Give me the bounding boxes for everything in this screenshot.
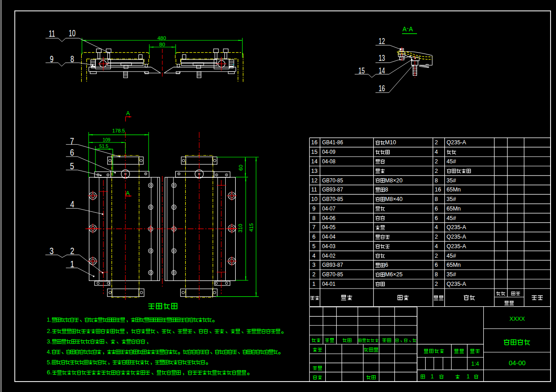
- svg-text:2: 2: [435, 139, 438, 146]
- svg-text:04-05: 04-05: [322, 224, 335, 230]
- svg-text:65Mn: 65Mn: [447, 186, 461, 193]
- svg-text:4: 4: [435, 224, 438, 230]
- svg-text:2: 2: [313, 271, 316, 278]
- svg-text:109: 109: [103, 137, 110, 142]
- svg-text:Q235-A: Q235-A: [447, 224, 467, 230]
- svg-text:1.: 1.: [47, 316, 51, 323]
- svg-text:6: 6: [70, 147, 74, 157]
- svg-text:6: 6: [435, 215, 438, 221]
- svg-text:GB41-86: GB41-86: [322, 139, 343, 146]
- svg-text:A: A: [409, 25, 413, 33]
- svg-text:35#: 35#: [447, 196, 456, 202]
- svg-text:10: 10: [311, 196, 318, 202]
- svg-text:8: 8: [70, 54, 74, 64]
- svg-text:10: 10: [69, 28, 75, 38]
- svg-text:310: 310: [238, 224, 243, 233]
- svg-text:11: 11: [311, 186, 317, 193]
- svg-text:8: 8: [435, 196, 438, 202]
- svg-text:35#: 35#: [447, 177, 456, 184]
- svg-text:04-01: 04-01: [322, 281, 335, 287]
- svg-text:4: 4: [70, 199, 74, 209]
- svg-text:4: 4: [435, 149, 438, 155]
- svg-text:Q235-A: Q235-A: [447, 281, 467, 287]
- svg-text:5: 5: [70, 161, 74, 171]
- svg-text:4: 4: [313, 253, 316, 259]
- svg-text:7: 7: [313, 224, 316, 230]
- svg-text:15: 15: [358, 66, 365, 75]
- svg-text:04-06: 04-06: [322, 215, 335, 221]
- svg-text:1: 1: [313, 281, 316, 287]
- svg-text:6: 6: [435, 206, 438, 212]
- svg-text:45#: 45#: [447, 215, 456, 221]
- svg-text:4.: 4.: [47, 348, 51, 355]
- svg-text:6: 6: [313, 234, 316, 240]
- svg-text:GB70-85: GB70-85: [322, 271, 343, 278]
- svg-text:3: 3: [50, 245, 54, 256]
- svg-text:Q235-A: Q235-A: [447, 243, 467, 250]
- svg-text:2: 2: [435, 168, 438, 174]
- svg-text:04-08: 04-08: [322, 158, 335, 165]
- svg-text:480: 480: [158, 35, 166, 41]
- svg-text:1: 1: [431, 373, 434, 380]
- svg-text:1: 1: [467, 373, 470, 380]
- svg-text:A: A: [126, 110, 130, 117]
- svg-text:04-09: 04-09: [322, 149, 335, 155]
- svg-text:04-03: 04-03: [322, 243, 335, 250]
- svg-text:2: 2: [435, 281, 438, 287]
- svg-text:16: 16: [435, 186, 441, 193]
- svg-text:3.: 3.: [47, 338, 52, 345]
- svg-text:1:4: 1:4: [472, 361, 479, 367]
- svg-text:80: 80: [159, 42, 165, 47]
- svg-text:04-00: 04-00: [509, 359, 526, 367]
- svg-text:8: 8: [435, 177, 438, 184]
- svg-text:178.5: 178.5: [112, 128, 125, 133]
- svg-text:6: 6: [385, 262, 388, 268]
- svg-text:M8×40: M8×40: [385, 196, 403, 202]
- svg-text:16: 16: [379, 83, 385, 93]
- svg-text:Q235-A: Q235-A: [447, 139, 467, 146]
- svg-text:35#: 35#: [447, 271, 456, 278]
- svg-text:6.: 6.: [47, 369, 52, 376]
- svg-text:A: A: [402, 25, 407, 33]
- svg-text:9: 9: [313, 206, 316, 212]
- svg-text:11: 11: [49, 28, 55, 39]
- svg-text:3: 3: [313, 262, 316, 268]
- svg-text:13: 13: [311, 168, 318, 174]
- svg-text:2: 2: [70, 245, 74, 256]
- svg-text:2.: 2.: [47, 328, 52, 334]
- svg-text:8: 8: [385, 186, 388, 193]
- svg-text:GB70-85: GB70-85: [322, 196, 343, 202]
- svg-text:6: 6: [435, 262, 438, 268]
- svg-text:4: 4: [435, 243, 438, 250]
- svg-text:15: 15: [311, 149, 318, 155]
- svg-text:2: 2: [435, 253, 438, 259]
- svg-text:Q235-A: Q235-A: [447, 234, 467, 240]
- svg-text:14: 14: [311, 158, 318, 165]
- svg-text:12: 12: [311, 177, 318, 184]
- svg-text:12: 12: [379, 36, 385, 46]
- svg-text:60: 60: [238, 165, 243, 171]
- svg-text:5.: 5.: [47, 359, 52, 366]
- svg-text:51.5: 51.5: [99, 143, 109, 149]
- svg-text:04-02: 04-02: [322, 253, 335, 259]
- svg-text:2: 2: [435, 234, 438, 240]
- svg-text:04-07: 04-07: [322, 206, 335, 212]
- svg-text:M6×25: M6×25: [385, 271, 403, 278]
- svg-text:GB93-87: GB93-87: [322, 262, 343, 268]
- svg-text:A: A: [126, 190, 130, 196]
- svg-text:5: 5: [313, 243, 316, 250]
- svg-text:1: 1: [70, 259, 74, 269]
- svg-text:M8×20: M8×20: [385, 177, 403, 184]
- svg-text:14: 14: [379, 66, 385, 75]
- svg-text:16: 16: [311, 139, 318, 146]
- svg-text:XXXX: XXXX: [510, 316, 526, 322]
- svg-text:45#: 45#: [447, 253, 456, 259]
- svg-text:2: 2: [435, 158, 438, 165]
- svg-text:13: 13: [379, 53, 385, 63]
- svg-text:GB93-87: GB93-87: [322, 186, 343, 193]
- svg-text:415: 415: [248, 223, 254, 232]
- svg-text:65Mn: 65Mn: [447, 262, 461, 268]
- svg-text:M10: M10: [385, 139, 396, 146]
- svg-text:GB70-85: GB70-85: [322, 177, 343, 184]
- svg-text:8: 8: [313, 215, 316, 221]
